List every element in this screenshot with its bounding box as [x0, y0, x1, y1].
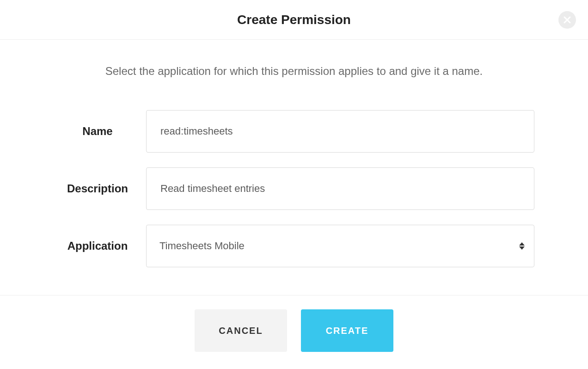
application-label: Application [54, 240, 146, 252]
description-input[interactable] [159, 182, 521, 195]
select-arrows-icon [519, 242, 525, 250]
dialog-header: Create Permission [0, 0, 588, 40]
create-button[interactable]: CREATE [301, 309, 393, 352]
permission-form: Name Description Application Timesheets … [54, 110, 534, 267]
dialog-subtitle: Select the application for which this pe… [0, 65, 588, 78]
application-select[interactable]: Timesheets Mobile [146, 225, 534, 267]
form-row-name: Name [54, 110, 534, 153]
name-label: Name [54, 125, 146, 138]
description-input-wrap [146, 167, 534, 210]
cancel-button[interactable]: CANCEL [195, 309, 287, 352]
name-input-wrap [146, 110, 534, 153]
description-label: Description [54, 182, 146, 195]
close-button[interactable] [558, 11, 576, 29]
dialog-title: Create Permission [237, 12, 351, 27]
name-input[interactable] [159, 125, 521, 138]
close-icon [563, 16, 571, 24]
form-row-description: Description [54, 167, 534, 210]
dialog-footer: CANCEL CREATE [0, 295, 588, 352]
application-selected-value: Timesheets Mobile [159, 240, 245, 252]
form-row-application: Application Timesheets Mobile [54, 225, 534, 267]
